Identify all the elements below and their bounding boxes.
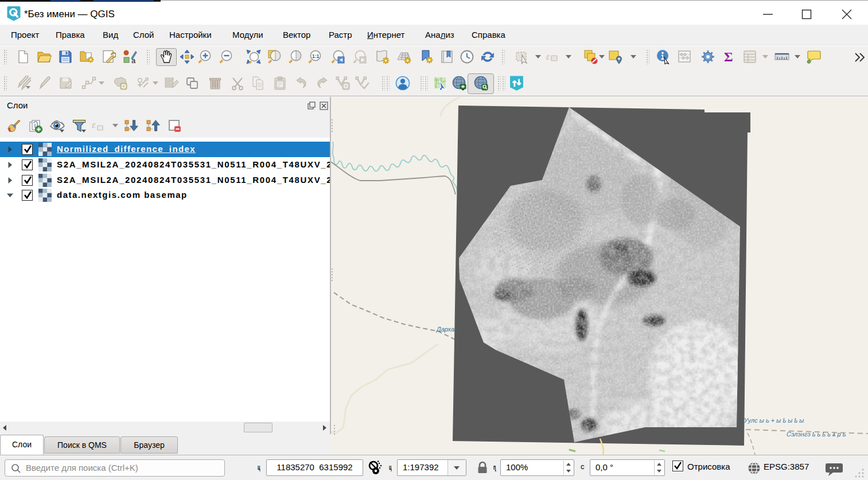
svg-text:Сэлэнгэ ҍ ь ҍ ь ѧ ҏ ь: Сэлэнгэ ҍ ь ҍ ь ѧ ҏ ь — [787, 431, 846, 438]
svg-text:-Уулс ы ь + ы ҍ ы ҍ ы: -Уулс ы ь + ы ҍ ы ҍ ы — [742, 417, 804, 424]
